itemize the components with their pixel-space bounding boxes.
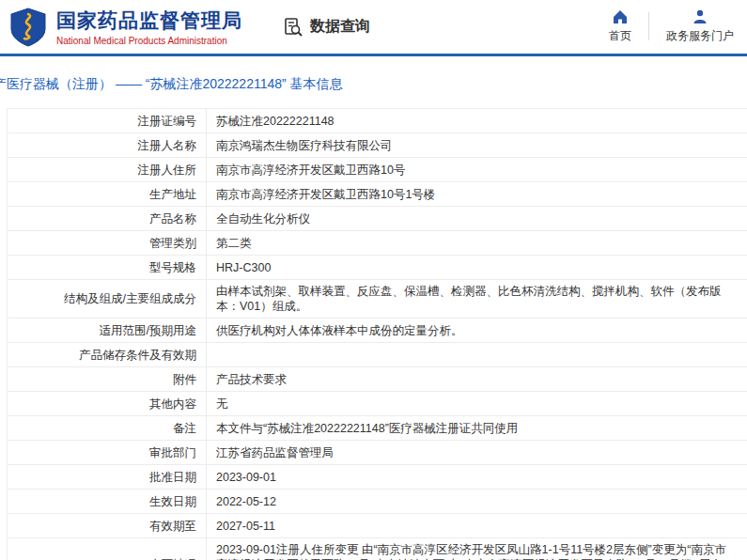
table-row: 注册证编号苏械注准20222221148 <box>8 109 747 133</box>
row-label: 注册证编号 <box>8 110 206 132</box>
table-row: 注册人住所南京市高淳经济开发区戴卫西路10号 <box>8 158 747 182</box>
page: 国家药品监督管理局 National Medical Products Admi… <box>0 0 747 560</box>
portal-label: 政务服务门户 <box>666 28 734 44</box>
table-row: 型号规格HRJ-C300 <box>8 256 747 280</box>
row-value: 南京市高淳经济开发区戴卫西路10号1号楼 <box>206 182 747 206</box>
site-header: 国家药品监督管理局 National Medical Products Admi… <box>0 0 747 54</box>
row-value: 产品技术要求 <box>206 367 747 391</box>
row-value: 南京市高淳经济开发区戴卫西路10号 <box>206 158 747 181</box>
table-row: 产品储存条件及有效期 <box>8 343 747 367</box>
document-magnifier-icon <box>282 16 310 39</box>
row-value: 2027-05-11 <box>206 514 747 537</box>
row-value: 本文件与“苏械注准20222221148”医疗器械注册证共同使用 <box>206 416 747 440</box>
nmpa-shield-icon <box>8 7 49 48</box>
row-label: 附件 <box>8 368 206 391</box>
row-value: 江苏省药品监督管理局 <box>206 441 747 464</box>
row-value <box>206 343 747 366</box>
row-label: 批准日期 <box>8 466 206 489</box>
row-label: 型号规格 <box>8 257 206 279</box>
row-label: 生效日期 <box>8 490 206 513</box>
site-subtitle: National Medical Products Administration <box>56 36 242 46</box>
row-label: 注册人住所 <box>8 159 206 181</box>
home-link[interactable]: 首页 <box>609 8 631 44</box>
table-row: 生效日期2022-05-12 <box>8 490 747 514</box>
table-row: 有效期至2027-05-11 <box>8 514 747 538</box>
row-value: 第二类 <box>206 231 747 255</box>
table-row: 变更情况2023-09-01注册人住所变更 由“南京市高淳区经济开发区凤山路1-… <box>8 538 747 560</box>
row-label: 变更情况 <box>8 553 206 560</box>
table-row: 生产地址南京市高淳经济开发区戴卫西路10号1号楼 <box>8 182 747 207</box>
row-value: 苏械注准20222221148 <box>206 109 747 132</box>
row-label: 其他内容 <box>8 393 206 415</box>
header-links-divider <box>648 12 649 40</box>
breadcrumb: 国产医疗器械（注册） —— “苏械注准20222221148” 基本信息 <box>0 76 343 93</box>
row-label: 审批部门 <box>8 442 206 464</box>
row-value: 无 <box>206 392 747 415</box>
row-value: 2023-09-01注册人住所变更 由“南京市高淳区经济开发区凤山路1-1号11… <box>206 538 747 560</box>
table-row: 适用范围/预期用途供医疗机构对人体体液样本中成份的定量分析。 <box>8 319 747 343</box>
row-value: HRJ-C300 <box>206 256 747 279</box>
row-label: 管理类别 <box>8 232 206 255</box>
row-value: 南京鸿瑞杰生物医疗科技有限公司 <box>206 133 747 157</box>
table-row: 审批部门江苏省药品监督管理局 <box>8 441 747 465</box>
portal-link[interactable]: 政务服务门户 <box>666 8 734 44</box>
row-label: 有效期至 <box>8 515 206 537</box>
data-query-label: 数据查询 <box>310 17 370 37</box>
title-block: 国家药品监督管理局 National Medical Products Admi… <box>56 8 242 46</box>
row-label: 注册人名称 <box>8 134 206 157</box>
site-logo-link[interactable]: 国家药品监督管理局 National Medical Products Admi… <box>8 7 242 48</box>
table-row: 产品名称全自动生化分析仪 <box>8 207 747 231</box>
table-row: 其他内容无 <box>8 392 747 416</box>
row-label: 产品名称 <box>8 208 206 230</box>
row-value: 全自动生化分析仪 <box>206 207 747 230</box>
registration-info-table: 注册证编号苏械注准20222221148 注册人名称南京鸿瑞杰生物医疗科技有限公… <box>7 108 747 560</box>
table-row: 备注本文件与“苏械注准20222221148”医疗器械注册证共同使用 <box>8 416 747 441</box>
row-value: 2023-09-01 <box>206 465 747 489</box>
table-row: 注册人名称南京鸿瑞杰生物医疗科技有限公司 <box>8 133 747 158</box>
breadcrumb-wrap: 国产医疗器械（注册） —— “苏械注准20222221148” 基本信息 <box>0 56 747 101</box>
row-value: 供医疗机构对人体体液样本中成份的定量分析。 <box>206 319 747 342</box>
table-row: 结构及组成/主要组成成分由样本试剂架、取样装置、反应盘、保温槽、检测器、比色杯清… <box>8 280 747 319</box>
table-row: 批准日期2023-09-01 <box>8 465 747 490</box>
table-row: 附件产品技术要求 <box>8 367 747 392</box>
row-label: 结构及组成/主要组成成分 <box>8 288 206 310</box>
home-label: 首页 <box>609 28 631 44</box>
row-value: 2022-05-12 <box>206 490 747 513</box>
row-value: 由样本试剂架、取样装置、反应盘、保温槽、检测器、比色杯清洗结构、搅拌机构、软件（… <box>206 280 747 318</box>
home-icon <box>612 8 629 25</box>
row-label: 产品储存条件及有效期 <box>8 344 206 366</box>
person-icon <box>692 8 708 25</box>
row-label: 生产地址 <box>8 183 206 206</box>
row-label: 适用范围/预期用途 <box>8 319 206 342</box>
table-row: 管理类别第二类 <box>8 231 747 256</box>
header-links: 首页 政务服务门户 <box>609 8 734 44</box>
site-title: 国家药品监督管理局 <box>56 8 242 34</box>
row-label: 备注 <box>8 417 206 440</box>
data-query-button[interactable]: 数据查询 <box>282 16 370 39</box>
